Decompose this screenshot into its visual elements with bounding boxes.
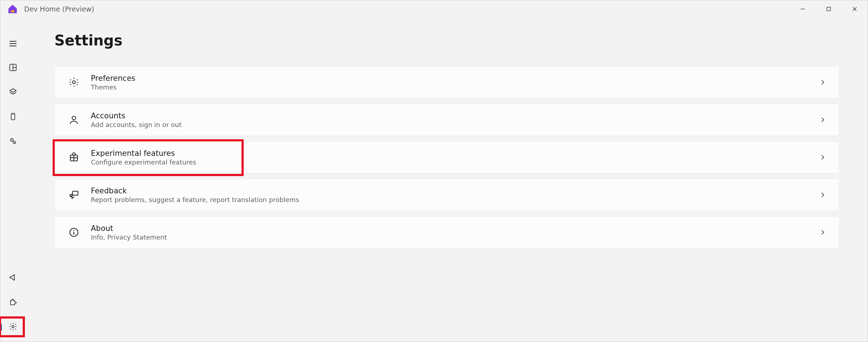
window-controls	[790, 0, 868, 18]
card-title: Feedback	[91, 187, 808, 195]
feedback-icon	[68, 189, 80, 201]
svg-rect-24	[72, 191, 78, 195]
sidebar-item-device[interactable]	[4, 110, 22, 124]
close-button[interactable]	[842, 0, 868, 18]
person-icon	[68, 114, 80, 126]
puzzle-icon	[9, 298, 17, 308]
svg-point-16	[12, 140, 12, 140]
card-text: Accounts Add accounts, sign in or out	[91, 111, 808, 128]
card-desc: Themes	[91, 83, 808, 91]
svg-rect-0	[11, 10, 14, 13]
sidebar-item-gears[interactable]	[4, 135, 22, 149]
content-area: Settings Preferences Themes Accounts	[26, 18, 868, 342]
titlebar-left: Dev Home (Preview)	[8, 4, 94, 14]
settings-item-feedback[interactable]: Feedback Report problems, suggest a feat…	[54, 179, 840, 211]
settings-icon	[9, 322, 17, 332]
card-title: About	[91, 224, 808, 233]
app-window: Dev Home (Preview)	[0, 0, 868, 342]
svg-point-20	[72, 116, 76, 120]
settings-item-experimental[interactable]: Experimental features Configure experime…	[54, 141, 840, 174]
svg-point-25	[70, 194, 72, 197]
dashboard-icon	[9, 63, 17, 73]
chevron-right-icon	[819, 79, 826, 86]
svg-rect-2	[827, 7, 831, 11]
chevron-right-icon	[819, 229, 826, 236]
settings-item-about[interactable]: About Info, Privacy Statement	[54, 216, 840, 249]
chevron-right-icon	[819, 191, 826, 198]
svg-point-18	[12, 325, 14, 328]
settings-list: Preferences Themes Accounts Add accounts…	[54, 66, 842, 249]
card-desc: Info, Privacy Statement	[91, 233, 808, 241]
device-icon	[9, 112, 17, 122]
card-desc: Configure experimental features	[91, 158, 808, 166]
gear-icon	[68, 76, 80, 88]
chevron-right-icon	[819, 154, 826, 161]
svg-point-27	[74, 230, 75, 231]
settings-item-preferences[interactable]: Preferences Themes	[54, 66, 840, 98]
sidebar-item-settings[interactable]	[4, 320, 22, 334]
window-title: Dev Home (Preview)	[24, 5, 94, 13]
svg-marker-11	[10, 89, 16, 92]
card-text: Feedback Report problems, suggest a feat…	[91, 187, 808, 203]
sidebar-item-dashboard[interactable]	[4, 61, 22, 75]
sidebar	[0, 18, 26, 342]
chevron-right-icon	[819, 116, 826, 123]
sidebar-item-layers[interactable]	[4, 86, 22, 100]
megaphone-icon	[9, 273, 17, 283]
settings-item-accounts[interactable]: Accounts Add accounts, sign in or out	[54, 104, 840, 136]
card-desc: Add accounts, sign in or out	[91, 121, 808, 128]
experimental-icon	[68, 151, 80, 163]
page-title: Settings	[54, 32, 842, 49]
sidebar-item-extensions[interactable]	[4, 295, 22, 310]
body: Settings Preferences Themes Accounts	[0, 18, 868, 342]
hamburger-button[interactable]	[4, 36, 22, 51]
card-desc: Report problems, suggest a feature, repo…	[91, 196, 808, 203]
card-text: Experimental features Configure experime…	[91, 149, 808, 166]
layers-icon	[9, 88, 17, 98]
card-text: Preferences Themes	[91, 74, 808, 91]
svg-point-19	[72, 81, 75, 84]
sidebar-item-whatsnew[interactable]	[4, 271, 22, 285]
card-title: Preferences	[91, 74, 808, 83]
sidebar-bottom-group	[0, 271, 26, 334]
card-text: About Info, Privacy Statement	[91, 224, 808, 241]
gears-icon	[9, 137, 17, 147]
maximize-button[interactable]	[816, 0, 842, 18]
titlebar: Dev Home (Preview)	[0, 0, 868, 18]
svg-point-17	[14, 142, 15, 143]
info-icon	[68, 226, 80, 238]
card-title: Experimental features	[91, 149, 808, 158]
app-icon	[8, 4, 18, 14]
sidebar-top-group	[0, 36, 26, 149]
minimize-button[interactable]	[790, 0, 816, 18]
card-title: Accounts	[91, 111, 808, 120]
